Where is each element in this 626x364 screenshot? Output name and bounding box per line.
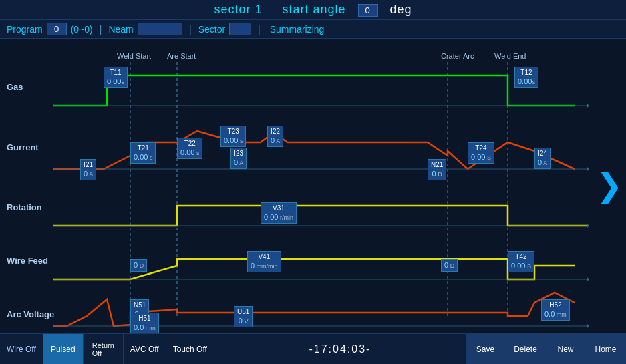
svg-marker-13	[587, 323, 589, 329]
svg-marker-12	[587, 277, 589, 282]
header: sector 1 start angle 0 deg	[0, 0, 626, 20]
I22-badge[interactable]: I220 A	[267, 126, 283, 147]
I24-badge[interactable]: I240 A	[534, 148, 551, 169]
start-angle-value[interactable]: 0	[358, 4, 378, 17]
H51-badge[interactable]: H510.0 mm	[130, 313, 159, 334]
sector-label: sector 1	[214, 3, 262, 16]
home-button[interactable]: Home	[586, 334, 626, 364]
deg-label: deg	[390, 3, 412, 16]
chevron-right-icon[interactable]: ❯	[596, 170, 623, 202]
bottom-bar: Wire Off Pulsed Return Off AVC Off Touch…	[0, 333, 626, 364]
chart-area: Weld Start Are Start Crater Arc Weld End…	[0, 39, 626, 333]
toolbar: Program 0 (0~0) | Neam | Sector | Summar…	[0, 20, 626, 39]
summarizing-label: Summarizing	[270, 24, 325, 35]
neam-label: Neam	[108, 24, 133, 35]
wire-d2-badge[interactable]: 0 D	[441, 259, 458, 272]
sep1: |	[100, 24, 102, 35]
T23-badge[interactable]: T230.00 s	[220, 126, 246, 147]
touch-off-button[interactable]: Touch Off	[166, 334, 214, 364]
T24-badge[interactable]: T240.00 S	[468, 142, 494, 164]
T22-badge[interactable]: T220.00 s	[177, 138, 202, 159]
save-button[interactable]: Save	[466, 334, 506, 364]
program-value[interactable]: 0	[47, 23, 67, 35]
avc-off-button[interactable]: AVC Off	[124, 334, 166, 364]
V41-badge[interactable]: V410 mm/min	[247, 251, 281, 272]
time-display: -17:04:03-	[214, 334, 466, 364]
sector-value[interactable]	[229, 23, 251, 35]
return-off-button[interactable]: Return Off	[84, 334, 124, 364]
T12-badge[interactable]: T120.00s	[514, 67, 538, 88]
sector-label-toolbar: Sector	[198, 24, 225, 35]
N21-badge[interactable]: N210 D	[428, 159, 446, 180]
pulsed-button[interactable]: Pulsed	[43, 334, 84, 364]
H52-badge[interactable]: H520.0 mm	[541, 299, 570, 321]
delete-button[interactable]: Delete	[506, 334, 546, 364]
I21-badge[interactable]: I210 A	[80, 159, 96, 180]
I23-badge[interactable]: I230 A	[230, 148, 247, 169]
neam-value[interactable]	[138, 23, 182, 35]
wire-off-button[interactable]: Wire Off	[0, 334, 43, 364]
start-angle-label: start angle	[282, 3, 345, 16]
header-title: sector 1 start angle 0 deg	[214, 3, 412, 16]
program-range: (0~0)	[71, 24, 93, 35]
sep3: |	[258, 24, 261, 35]
svg-marker-11	[587, 223, 589, 228]
U51-badge[interactable]: U510 V	[234, 306, 253, 327]
svg-marker-10	[587, 166, 589, 172]
sep2: |	[189, 24, 192, 35]
wire-d1-badge[interactable]: 0 D	[130, 259, 147, 272]
program-label: Program	[7, 24, 43, 35]
T42-badge[interactable]: T420.00 S	[508, 251, 534, 272]
V31-badge[interactable]: V310.00 r/min	[261, 202, 297, 224]
svg-marker-9	[587, 103, 589, 108]
T21-badge[interactable]: T210.00 s	[130, 142, 156, 164]
T11-badge[interactable]: T110.00s	[104, 67, 128, 88]
new-button[interactable]: New	[546, 334, 586, 364]
